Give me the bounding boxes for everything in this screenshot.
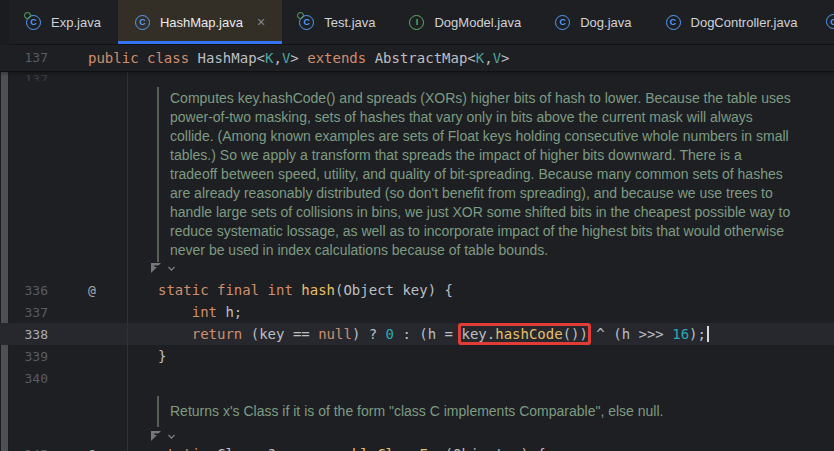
error-highlight-box: key.hashCode()) [461,326,587,342]
code-token: Class<?> [217,446,293,451]
chevron-down-icon[interactable] [167,264,176,273]
code-text[interactable]: } [158,345,166,367]
tab-dog-java[interactable]: CDog.java [538,0,648,44]
code-token: (Object x) { [445,446,546,451]
code-token: < [467,50,475,66]
doc-comment-line: collide. (Among known examples are sets … [170,127,791,146]
run-overlay-icon [24,12,31,19]
code-line-345[interactable]: 345@static Class<?> comparableClassFor(O… [0,443,834,451]
chevron-down-icon[interactable] [167,432,176,441]
code-token: key. [461,326,495,342]
code-line-338[interactable]: 338 return (key == null) ? 0 : (h = key.… [0,323,834,345]
rendered-doc-toggle-row-2[interactable] [149,428,176,444]
code-token: hash [301,282,335,298]
code-token: int [192,304,226,320]
code-line-339[interactable]: 339} [0,345,834,367]
code-token: return [192,326,251,342]
rendered-doc-toggle-icon[interactable] [149,261,163,275]
close-icon[interactable]: × [257,15,265,29]
code-token: ^ (h >>> [588,326,672,342]
run-overlay-icon [297,12,304,19]
code-line-340[interactable]: 340 [0,367,834,389]
code-token [158,326,192,342]
doc-comment-line: power-of-two masking, sets of hashes tha… [170,108,791,127]
code-token [158,304,192,320]
gutter-separator [127,45,128,451]
doc-comment-line: Computes key.hashCode() and spreads (XOR… [170,89,791,108]
gutter-annotation-icon: @ [48,283,118,298]
file-type-glyph: I [409,15,424,30]
code-token: } [158,348,166,364]
rendered-doc-comment-comparable: Returns x's Class if it is of the form "… [157,396,663,427]
left-scrollbar-thumb[interactable] [1,45,8,451]
rendered-doc-toggle-icon[interactable] [149,429,163,443]
code-line-337[interactable]: 337 int h; [0,301,834,323]
code-token: 16 [672,326,689,342]
code-token: K [476,50,484,66]
code-token: null [318,326,352,342]
line-number[interactable]: 338 [9,327,48,342]
ide-window: CExp.javaCHashMap.java×CTest.javaIDogMod… [0,0,834,451]
doc-comment-line: are already reasonably distributed (so d… [170,184,791,203]
code-token: 0 [386,326,394,342]
code-token: extends [307,50,374,66]
tab-dogcontroller-java[interactable]: CDogController.java [649,0,815,44]
code-token: h; [225,304,242,320]
line-number[interactable]: 345 [9,447,48,451]
interface-icon: I [409,14,426,31]
code-token: comparableClassFor [293,446,445,451]
code-token: ) ? [352,326,386,342]
code-text[interactable]: static Class<?> comparableClassFor(Objec… [158,443,546,451]
code-token: HashMap [198,50,257,66]
code-token: < [257,50,265,66]
tab-exp-java[interactable]: CExp.java [9,0,118,44]
rendered-doc-toggle-row-1[interactable] [149,260,176,276]
sticky-header-line[interactable]: 137 public class HashMap<K,V> extends Ab… [0,45,834,72]
code-token: hashCode [495,326,562,342]
code-token: ); [689,326,706,342]
class-run-icon: C [299,14,316,31]
code-token: (key == [251,326,318,342]
code-token: V [493,50,501,66]
code-token: public class [88,50,198,66]
code-token: ()) [563,326,588,342]
ghost-line-number: 137 [9,72,48,81]
code-token: > [290,50,307,66]
line-number[interactable]: 337 [9,305,48,320]
text-caret [707,326,709,342]
code-line-336[interactable]: 336@static final int hash(Object key) { [0,279,834,301]
sticky-line-code: public class HashMap<K,V> extends Abstra… [88,45,510,71]
tab-label: Test.java [324,15,375,30]
line-number[interactable]: 339 [9,349,48,364]
code-token: , [273,50,281,66]
doc-comment-line: tables.) So we apply a transform that sp… [170,146,791,165]
tab-dogmodel-java[interactable]: IDogModel.java [392,0,538,44]
class-run-icon: C [26,14,43,31]
doc-comment-line: Returns x's Class if it is of the form "… [170,402,663,421]
class-icon-partial: C [826,13,834,30]
code-token: > [501,50,509,66]
file-type-glyph: C [555,15,570,30]
tab-label: DogController.java [691,15,798,30]
code-text[interactable]: int h; [158,301,242,323]
file-type-glyph: C [135,15,150,30]
class-icon: C [135,14,152,31]
line-number[interactable]: 336 [9,283,48,298]
code-token: AbstractMap [375,50,468,66]
code-token: , [484,50,492,66]
line-number[interactable]: 340 [9,371,48,386]
tab-label: DogModel.java [434,15,521,30]
scrolled-under-line: 137 [0,72,834,81]
doc-comment-line: reduce systematic lossage, as well as to… [170,222,791,241]
code-token: : (h = [394,326,461,342]
code-token: static [158,446,217,451]
tab-hashmap-java[interactable]: CHashMap.java× [118,0,282,44]
code-text[interactable]: return (key == null) ? 0 : (h = key.hash… [158,323,709,345]
doc-comment-line: never be used in index calculations beca… [170,241,791,260]
rendered-doc-comment-hash: Computes key.hashCode() and spreads (XOR… [157,87,791,262]
code-text[interactable]: static final int hash(Object key) { [158,279,453,301]
tab-test-java[interactable]: CTest.java [282,0,392,44]
code-lines: 336@static final int hash(Object key) {3… [0,279,834,389]
doc-comment-line: tradeoff between speed, utility, and qua… [170,165,791,184]
tab-label: HashMap.java [160,15,243,30]
